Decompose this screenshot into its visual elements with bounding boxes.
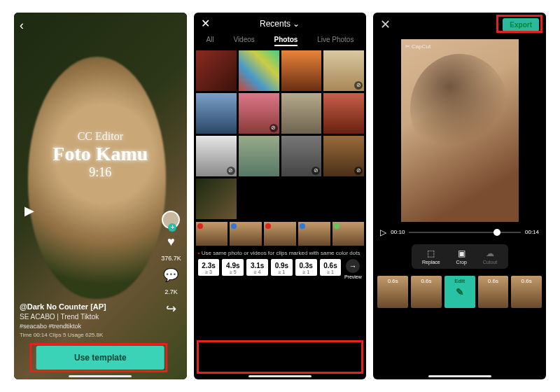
media-tab-photos[interactable]: Photos [274, 36, 298, 46]
clip-item[interactable]: 0.6s [411, 276, 442, 308]
clip-selected[interactable]: Edit [444, 276, 475, 308]
media-thumbnail[interactable]: ⊘ [323, 136, 364, 176]
media-picker-screen: ✕ Recents ⌄ AllVideosPhotosLive Photos ⊘… [194, 13, 367, 379]
media-thumbnail[interactable]: ⊘ [281, 136, 322, 176]
media-thumbnail[interactable]: ⊘ [196, 136, 237, 176]
timeline-track[interactable] [409, 232, 521, 233]
media-grid: ⊘⊘⊘⊘⊘ [194, 50, 367, 219]
clip-item[interactable]: 0.6s [478, 276, 509, 308]
color-dot-hint: Use same photo or videos for clips marke… [194, 246, 367, 259]
close-icon[interactable]: ✕ [201, 17, 210, 30]
media-thumbnail[interactable] [281, 93, 322, 134]
like-count: 376.7K [161, 255, 181, 262]
tool-cutout: ☁Cutout [483, 248, 498, 265]
selected-clip-slot[interactable] [196, 222, 228, 246]
live-photo-badge-icon: ⊘ [354, 81, 363, 90]
tool-label: Replace [422, 260, 440, 265]
template-detail-screen: ‹ CC Editor Foto Kamu 9:16 ▶ ♥ 376.7K 💬 … [14, 13, 187, 379]
time-current: 00:10 [391, 229, 405, 235]
clip-item[interactable]: 0.6s [377, 276, 408, 308]
live-photo-badge-icon: ⊘ [312, 167, 320, 175]
callout-durations [197, 340, 364, 374]
preview-button[interactable]: → Preview [344, 259, 362, 279]
album-title: Recents [260, 19, 290, 29]
live-photo-badge-icon: ⊘ [270, 124, 278, 132]
cutout-icon: ☁ [486, 248, 494, 258]
clip-strip: 0.6s0.6sEdit0.6s0.6s [373, 273, 546, 308]
media-thumbnail[interactable] [239, 50, 279, 91]
canvas-subject [410, 54, 509, 164]
export-button[interactable]: Export [503, 18, 539, 31]
selected-clip-slot[interactable] [332, 222, 365, 246]
template-caption-overlay: CC Editor Foto Kamu 9:16 [14, 130, 187, 180]
editor-canvas[interactable]: ✂ CapCut [401, 39, 519, 222]
album-dropdown[interactable]: Recents ⌄ [260, 19, 300, 29]
media-tab-videos[interactable]: Videos [233, 36, 254, 46]
media-thumbnail[interactable]: ⊘ [239, 93, 279, 134]
home-indicator [248, 375, 312, 377]
template-subtitle: SE ACABO | Trend Tiktok [20, 312, 181, 322]
timeline-playhead[interactable] [493, 229, 500, 236]
clip-duration-chip[interactable]: 4.9s≥ 5 [222, 259, 244, 276]
clip-duration-chip[interactable]: 0.3s≥ 1 [295, 259, 317, 276]
template-title: @Dark No Counter [AP] [20, 302, 181, 312]
color-dot-icon [265, 223, 271, 229]
close-icon[interactable]: ✕ [380, 17, 391, 32]
clip-duration-row: 2.3s≥ 34.9s≥ 53.1s≥ 40.9s≥ 10.3s≥ 10.6s≥… [194, 259, 367, 282]
home-indicator [69, 375, 132, 377]
live-photo-badge-icon: ⊘ [354, 167, 363, 175]
live-photo-badge-icon: ⊘ [227, 167, 235, 175]
clip-duration-chip[interactable]: 0.6s≥ 1 [320, 259, 342, 276]
media-type-tabs: AllVideosPhotosLive Photos [194, 30, 367, 50]
template-metadata: @Dark No Counter [AP] SE ACABO | Trend T… [20, 302, 181, 339]
media-tab-all[interactable]: All [206, 36, 214, 46]
back-icon[interactable]: ‹ [20, 18, 24, 33]
selected-clips-strip [194, 219, 367, 246]
overlay-line-1: CC Editor [14, 130, 187, 143]
watermark: ✂ CapCut [405, 43, 430, 50]
media-thumbnail[interactable] [239, 136, 279, 176]
comment-icon[interactable]: 💬 [163, 267, 178, 283]
tool-label: Crop [456, 260, 467, 265]
color-dot-icon [300, 223, 305, 229]
use-template-label: Use template [74, 353, 127, 363]
play-icon[interactable]: ▷ [380, 227, 386, 237]
template-stats: Time 00:14 Clips 5 Usage 625.8K [20, 331, 181, 339]
tool-crop[interactable]: ▣Crop [456, 248, 467, 265]
selected-clip-slot[interactable] [298, 222, 330, 246]
media-thumbnail[interactable] [196, 178, 237, 219]
template-hashtags: #seacabo #trendtiktok [20, 322, 181, 331]
tool-label: Cutout [483, 260, 498, 265]
media-thumbnail[interactable] [323, 93, 364, 134]
editor-screen: ✕ Export ✂ CapCut ▷ 00:10 00:14 ⬚Replace… [373, 13, 546, 379]
overlay-line-3: 9:16 [14, 165, 187, 180]
media-thumbnail[interactable] [281, 50, 322, 91]
preview-label: Preview [344, 274, 362, 279]
clip-duration-chip[interactable]: 0.9s≥ 1 [271, 259, 293, 276]
selected-clip-slot[interactable] [230, 222, 262, 246]
clip-item[interactable]: 0.6s [511, 276, 542, 308]
selected-clip-slot[interactable] [264, 222, 296, 246]
clip-tool-bar: ⬚Replace▣Crop☁Cutout [412, 244, 508, 269]
tool-replace[interactable]: ⬚Replace [422, 248, 440, 265]
color-dot-icon [231, 223, 237, 229]
like-icon[interactable]: ♥ [167, 234, 175, 249]
timeline: ▷ 00:10 00:14 [373, 222, 546, 240]
clip-duration-chip[interactable]: 3.1s≥ 4 [246, 259, 268, 276]
color-dot-icon [334, 223, 340, 229]
use-template-button[interactable]: Use template [36, 346, 164, 370]
play-icon[interactable]: ▶ [24, 203, 34, 218]
color-dot-icon [197, 223, 203, 229]
media-tab-live-photos[interactable]: Live Photos [317, 36, 354, 46]
comment-count: 2.7K [164, 288, 178, 295]
home-indicator [428, 375, 491, 377]
media-thumbnail[interactable]: ⊘ [323, 50, 364, 91]
chevron-down-icon: ⌄ [293, 19, 300, 29]
media-thumbnail[interactable] [196, 50, 237, 91]
overlay-line-2: Foto Kamu [14, 143, 187, 165]
engagement-rail: ♥ 376.7K 💬 2.7K ↪ [161, 211, 181, 316]
media-thumbnail[interactable] [196, 93, 237, 134]
export-label: Export [510, 21, 532, 29]
author-avatar[interactable] [162, 211, 180, 229]
clip-duration-chip[interactable]: 2.3s≥ 3 [198, 259, 220, 276]
